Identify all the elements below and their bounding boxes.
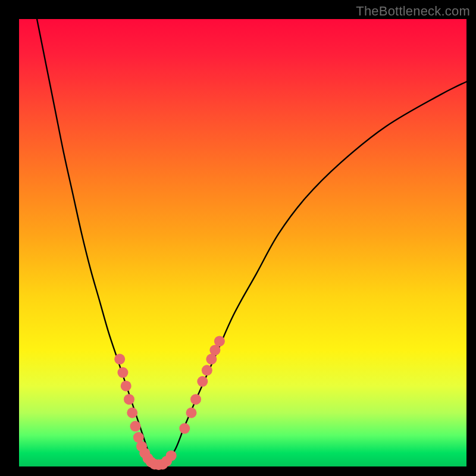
- plot-area: [19, 19, 466, 466]
- highlight-dot: [197, 376, 208, 387]
- highlight-dot: [186, 408, 197, 418]
- highlight-dot: [114, 354, 125, 365]
- highlight-dot: [130, 421, 141, 431]
- chart-frame: TheBottleneck.com: [0, 0, 476, 476]
- highlight-dot: [202, 365, 212, 375]
- highlight-dot: [124, 394, 134, 405]
- highlight-dot: [190, 394, 201, 405]
- highlight-dots: [114, 336, 225, 470]
- bottleneck-curve: [37, 19, 466, 467]
- highlight-dot: [121, 381, 131, 392]
- highlight-dot: [166, 450, 177, 461]
- highlight-dot: [214, 336, 225, 346]
- curve-layer: [19, 19, 466, 466]
- highlight-dot: [179, 423, 190, 434]
- watermark-text: TheBottleneck.com: [356, 4, 470, 19]
- highlight-dot: [127, 408, 137, 418]
- highlight-dot: [117, 367, 128, 378]
